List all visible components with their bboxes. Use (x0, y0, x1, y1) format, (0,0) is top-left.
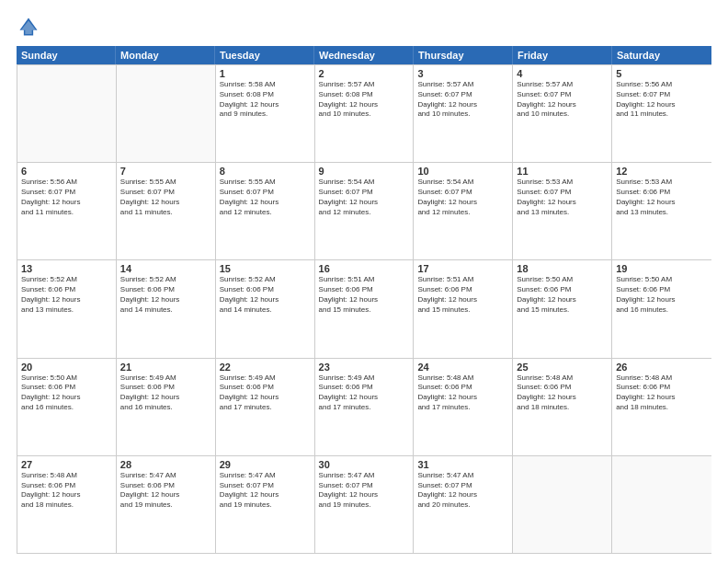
day-number: 23 (319, 362, 410, 373)
calendar-row-1: 6Sunrise: 5:56 AM Sunset: 6:07 PM Daylig… (17, 162, 711, 259)
day-number: 15 (220, 263, 311, 274)
calendar-cell (513, 456, 612, 553)
logo-text (17, 17, 39, 37)
day-info: Sunrise: 5:53 AM Sunset: 6:07 PM Dayligh… (517, 178, 608, 217)
day-number: 8 (220, 166, 311, 177)
day-info: Sunrise: 5:54 AM Sunset: 6:07 PM Dayligh… (417, 178, 508, 217)
calendar-cell: 2Sunrise: 5:57 AM Sunset: 6:08 PM Daylig… (315, 65, 415, 162)
day-info: Sunrise: 5:51 AM Sunset: 6:06 PM Dayligh… (417, 275, 508, 315)
day-info: Sunrise: 5:50 AM Sunset: 6:06 PM Dayligh… (616, 275, 708, 315)
day-info: Sunrise: 5:52 AM Sunset: 6:06 PM Dayligh… (120, 275, 211, 315)
calendar-cell: 5Sunrise: 5:56 AM Sunset: 6:07 PM Daylig… (612, 65, 711, 162)
calendar-cell (17, 65, 117, 162)
day-info: Sunrise: 5:48 AM Sunset: 6:06 PM Dayligh… (21, 471, 112, 511)
weekday-header-friday: Friday (513, 46, 612, 64)
day-info: Sunrise: 5:55 AM Sunset: 6:07 PM Dayligh… (120, 178, 211, 217)
day-number: 4 (517, 68, 608, 79)
day-number: 6 (21, 166, 112, 177)
calendar-cell: 17Sunrise: 5:51 AM Sunset: 6:06 PM Dayli… (414, 260, 513, 357)
calendar-cell: 11Sunrise: 5:53 AM Sunset: 6:07 PM Dayli… (513, 163, 612, 259)
calendar-cell: 25Sunrise: 5:48 AM Sunset: 6:06 PM Dayli… (513, 359, 612, 455)
day-number: 18 (517, 263, 608, 274)
day-info: Sunrise: 5:49 AM Sunset: 6:06 PM Dayligh… (220, 373, 311, 413)
day-number: 3 (417, 68, 508, 79)
day-info: Sunrise: 5:48 AM Sunset: 6:06 PM Dayligh… (417, 373, 508, 413)
weekday-header-wednesday: Wednesday (314, 46, 414, 64)
day-number: 24 (417, 362, 508, 373)
calendar-cell: 23Sunrise: 5:49 AM Sunset: 6:06 PM Dayli… (315, 359, 415, 455)
day-number: 27 (21, 459, 112, 470)
day-number: 25 (517, 362, 608, 373)
calendar: SundayMondayTuesdayWednesdayThursdayFrid… (17, 46, 711, 554)
header (17, 17, 711, 37)
day-number: 14 (120, 263, 211, 274)
day-number: 28 (120, 459, 211, 470)
day-info: Sunrise: 5:48 AM Sunset: 6:06 PM Dayligh… (616, 373, 708, 413)
day-number: 11 (517, 166, 608, 177)
day-number: 5 (616, 68, 708, 79)
day-info: Sunrise: 5:47 AM Sunset: 6:07 PM Dayligh… (220, 471, 311, 511)
day-number: 26 (616, 362, 708, 373)
day-info: Sunrise: 5:49 AM Sunset: 6:06 PM Dayligh… (319, 373, 410, 413)
day-info: Sunrise: 5:49 AM Sunset: 6:06 PM Dayligh… (120, 373, 211, 413)
day-info: Sunrise: 5:55 AM Sunset: 6:07 PM Dayligh… (220, 178, 311, 217)
day-info: Sunrise: 5:47 AM Sunset: 6:07 PM Dayligh… (319, 471, 410, 511)
day-number: 7 (120, 166, 211, 177)
weekday-header-saturday: Saturday (612, 46, 711, 64)
calendar-cell: 27Sunrise: 5:48 AM Sunset: 6:06 PM Dayli… (17, 456, 117, 553)
day-number: 12 (616, 166, 708, 177)
page: SundayMondayTuesdayWednesdayThursdayFrid… (0, 0, 728, 563)
day-info: Sunrise: 5:56 AM Sunset: 6:07 PM Dayligh… (616, 80, 708, 120)
day-info: Sunrise: 5:57 AM Sunset: 6:07 PM Dayligh… (517, 80, 608, 120)
day-info: Sunrise: 5:48 AM Sunset: 6:06 PM Dayligh… (517, 373, 608, 413)
day-info: Sunrise: 5:57 AM Sunset: 6:07 PM Dayligh… (417, 80, 508, 120)
day-number: 2 (319, 68, 410, 79)
day-info: Sunrise: 5:58 AM Sunset: 6:08 PM Dayligh… (220, 80, 311, 120)
calendar-cell: 21Sunrise: 5:49 AM Sunset: 6:06 PM Dayli… (117, 359, 216, 455)
calendar-cell: 29Sunrise: 5:47 AM Sunset: 6:07 PM Dayli… (216, 456, 315, 553)
calendar-cell: 13Sunrise: 5:52 AM Sunset: 6:06 PM Dayli… (17, 260, 117, 357)
weekday-header-sunday: Sunday (17, 46, 116, 64)
day-info: Sunrise: 5:50 AM Sunset: 6:06 PM Dayligh… (517, 275, 608, 315)
calendar-cell: 12Sunrise: 5:53 AM Sunset: 6:06 PM Dayli… (612, 163, 711, 259)
calendar-cell: 8Sunrise: 5:55 AM Sunset: 6:07 PM Daylig… (216, 163, 315, 259)
day-info: Sunrise: 5:53 AM Sunset: 6:06 PM Dayligh… (616, 178, 708, 217)
weekday-header-thursday: Thursday (414, 46, 513, 64)
calendar-cell: 22Sunrise: 5:49 AM Sunset: 6:06 PM Dayli… (216, 359, 315, 455)
day-info: Sunrise: 5:50 AM Sunset: 6:06 PM Dayligh… (21, 373, 112, 413)
calendar-cell: 15Sunrise: 5:52 AM Sunset: 6:06 PM Dayli… (216, 260, 315, 357)
day-info: Sunrise: 5:57 AM Sunset: 6:08 PM Dayligh… (319, 80, 410, 120)
svg-marker-1 (21, 20, 36, 34)
calendar-cell: 14Sunrise: 5:52 AM Sunset: 6:06 PM Dayli… (117, 260, 216, 357)
calendar-row-0: 1Sunrise: 5:58 AM Sunset: 6:08 PM Daylig… (17, 64, 711, 162)
day-info: Sunrise: 5:54 AM Sunset: 6:07 PM Dayligh… (319, 178, 410, 217)
calendar-cell (117, 65, 216, 162)
calendar-cell: 4Sunrise: 5:57 AM Sunset: 6:07 PM Daylig… (513, 65, 612, 162)
day-number: 1 (220, 68, 311, 79)
calendar-body: 1Sunrise: 5:58 AM Sunset: 6:08 PM Daylig… (17, 64, 711, 554)
calendar-row-2: 13Sunrise: 5:52 AM Sunset: 6:06 PM Dayli… (17, 259, 711, 357)
calendar-cell: 10Sunrise: 5:54 AM Sunset: 6:07 PM Dayli… (414, 163, 513, 259)
day-number: 17 (417, 263, 508, 274)
calendar-cell: 30Sunrise: 5:47 AM Sunset: 6:07 PM Dayli… (315, 456, 415, 553)
calendar-cell: 28Sunrise: 5:47 AM Sunset: 6:06 PM Dayli… (117, 456, 216, 553)
calendar-cell: 20Sunrise: 5:50 AM Sunset: 6:06 PM Dayli… (17, 359, 117, 455)
calendar-cell (612, 456, 711, 553)
calendar-cell: 9Sunrise: 5:54 AM Sunset: 6:07 PM Daylig… (315, 163, 415, 259)
calendar-row-3: 20Sunrise: 5:50 AM Sunset: 6:06 PM Dayli… (17, 358, 711, 455)
day-number: 30 (319, 459, 410, 470)
weekday-header-tuesday: Tuesday (215, 46, 314, 64)
calendar-cell: 16Sunrise: 5:51 AM Sunset: 6:06 PM Dayli… (315, 260, 415, 357)
calendar-cell: 7Sunrise: 5:55 AM Sunset: 6:07 PM Daylig… (117, 163, 216, 259)
calendar-cell: 1Sunrise: 5:58 AM Sunset: 6:08 PM Daylig… (216, 65, 315, 162)
day-number: 10 (417, 166, 508, 177)
weekday-header-monday: Monday (116, 46, 215, 64)
day-number: 19 (616, 263, 708, 274)
day-number: 13 (21, 263, 112, 274)
calendar-cell: 18Sunrise: 5:50 AM Sunset: 6:06 PM Dayli… (513, 260, 612, 357)
day-number: 9 (319, 166, 410, 177)
day-number: 16 (319, 263, 410, 274)
day-number: 31 (417, 459, 508, 470)
calendar-cell: 31Sunrise: 5:47 AM Sunset: 6:07 PM Dayli… (414, 456, 513, 553)
day-info: Sunrise: 5:56 AM Sunset: 6:07 PM Dayligh… (21, 178, 112, 217)
